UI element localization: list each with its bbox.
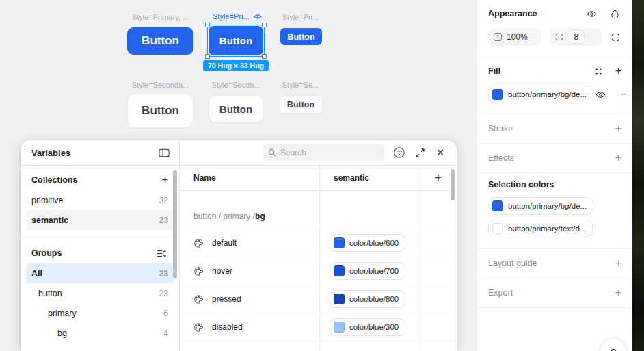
table-header: Name semantic + [180, 166, 457, 191]
styles-grid-icon[interactable] [592, 64, 606, 78]
group-count: 23 [159, 269, 168, 278]
group-name: All [31, 269, 42, 278]
corner-radius-field[interactable]: 8 [550, 28, 601, 46]
collection-name: semantic [31, 216, 68, 225]
expand-window-icon[interactable] [413, 146, 427, 159]
variable-value: color/blue/700 [349, 267, 399, 275]
variable-value-chip[interactable]: color/blue/300 [330, 318, 405, 336]
layer-label[interactable]: Style=Primary, ... [127, 13, 193, 21]
blend-mode-droplet-icon[interactable] [608, 7, 621, 21]
stroke-section: Stroke + [477, 114, 632, 144]
sidebar-scrollbar[interactable] [173, 170, 177, 278]
canvas-button-primary-sm[interactable]: Button [280, 28, 322, 45]
layer-label[interactable]: Style=Pri... [279, 13, 322, 21]
variable-value-chip[interactable]: color/blue/600 [330, 234, 405, 252]
variable-name: hover [212, 266, 232, 276]
resize-handle[interactable] [205, 54, 210, 59]
group-path-prefix: button / primary / [193, 211, 255, 221]
layer-label[interactable]: Style=Secon... [209, 81, 263, 89]
collapse-groups-icon[interactable] [155, 246, 168, 260]
collection-item-semantic[interactable]: semantic 23 [26, 210, 174, 230]
remove-fill-minus-icon[interactable]: − [617, 88, 630, 101]
fill-variable-chip[interactable]: button/primary/bg/de... [488, 86, 593, 103]
variable-value: color/blue/800 [349, 295, 399, 303]
add-export-button[interactable]: + [615, 287, 621, 298]
group-item-bg[interactable]: bg 4 [26, 323, 174, 343]
variables-sidebar: Variables Collections + primitive 32 sem… [21, 140, 180, 351]
add-layout-guide-button[interactable]: + [615, 258, 621, 269]
layout-guide-title: Layout guide [488, 259, 537, 268]
canvas-button-secondary-sm[interactable]: Button [279, 96, 323, 114]
group-item-all[interactable]: All 23 [26, 263, 174, 283]
toggle-sidebar-icon[interactable] [157, 146, 171, 159]
variable-row[interactable]: default color/blue/600 [180, 229, 457, 257]
fill-swatch [492, 89, 503, 100]
fill-variable-name: button/primary/bg/de... [508, 90, 587, 99]
add-fill-button[interactable]: + [615, 66, 621, 77]
layer-label-text: Style=Pri... [213, 12, 250, 21]
code-connect-icon[interactable]: </> [254, 13, 261, 21]
column-header-name: Name [180, 173, 319, 183]
variable-value-chip[interactable]: color/blue/700 [330, 262, 405, 280]
inspector-panel: Appearance 100% 8 [477, 0, 632, 351]
add-collection-button[interactable]: + [162, 174, 168, 185]
corner-radius-value[interactable]: 8 [568, 31, 584, 43]
variables-table-area: ✕ Name semantic + button / primary / bg … [180, 140, 457, 351]
layer-label-selected[interactable]: Style=Pri... </> [213, 12, 261, 21]
resize-handle[interactable] [262, 23, 267, 27]
group-item-button[interactable]: button 23 [26, 283, 174, 303]
group-path-current: bg [255, 211, 265, 221]
stroke-title: Stroke [488, 124, 513, 133]
opacity-icon [494, 33, 502, 41]
layer-label[interactable]: Style=Se... [279, 81, 322, 89]
group-item-primary[interactable]: primary 6 [26, 303, 174, 323]
collection-count: 32 [159, 196, 168, 205]
color-variable-icon [193, 238, 204, 248]
filter-icon[interactable] [392, 146, 406, 159]
add-mode-button[interactable]: + [435, 172, 441, 183]
selected-layer[interactable]: Button 70 Hug × 33 Hug [209, 26, 263, 55]
variable-group-path: button / primary / bg [180, 203, 457, 229]
selection-color-chip[interactable]: button/primary/text/d... [488, 220, 593, 237]
layout-guide-section: Layout guide + [477, 249, 632, 278]
variable-row[interactable]: hover color/blue/700 [180, 257, 457, 285]
canvas-button-primary-md[interactable]: Button [209, 26, 263, 55]
fill-visible-eye-icon[interactable] [593, 88, 607, 101]
resize-handle[interactable] [262, 54, 267, 59]
appearance-title: Appearance [488, 9, 537, 18]
variable-row[interactable]: disabled color/blue/300 [180, 313, 457, 341]
color-swatch [334, 265, 345, 276]
variable-value-chip[interactable]: color/blue/800 [330, 290, 405, 308]
group-count: 6 [163, 309, 168, 318]
color-variable-icon [193, 294, 204, 304]
canvas-button-primary-lg[interactable]: Button [127, 27, 193, 55]
collection-item-primitive[interactable]: primitive 32 [26, 190, 174, 210]
add-stroke-button[interactable]: + [615, 123, 621, 134]
add-effect-button[interactable]: + [615, 153, 621, 164]
search-field[interactable] [263, 144, 384, 161]
selection-color-swatch [492, 223, 503, 234]
desktop-wallpaper [632, 0, 644, 351]
divider [21, 237, 179, 237]
selection-color-name: button/primary/bg/de... [508, 202, 587, 210]
export-title: Export [488, 288, 513, 298]
visibility-eye-icon[interactable] [585, 7, 598, 21]
search-input[interactable] [280, 148, 369, 157]
layer-label[interactable]: Style=Seconda... [127, 81, 193, 89]
resize-handle[interactable] [205, 23, 210, 27]
variable-row[interactable]: pressed color/blue/800 [180, 285, 457, 313]
independent-corners-icon[interactable] [610, 30, 621, 44]
group-name: bg [57, 328, 67, 338]
close-icon[interactable]: ✕ [433, 146, 447, 159]
canvas-button-secondary-md[interactable]: Button [209, 95, 263, 122]
column-header-mode[interactable]: semantic [319, 173, 420, 183]
selection-color-chip[interactable]: button/primary/bg/de... [488, 197, 593, 215]
table-scrollbar[interactable] [451, 169, 455, 200]
opacity-field[interactable]: 100% [488, 28, 541, 46]
fill-title: Fill [488, 66, 500, 76]
appearance-section: Appearance 100% 8 [477, 0, 632, 57]
variables-modal-title: Variables [31, 148, 70, 158]
export-section: Export + [477, 278, 632, 308]
collection-name: primitive [31, 196, 64, 205]
canvas-button-secondary-lg[interactable]: Button [127, 94, 193, 128]
